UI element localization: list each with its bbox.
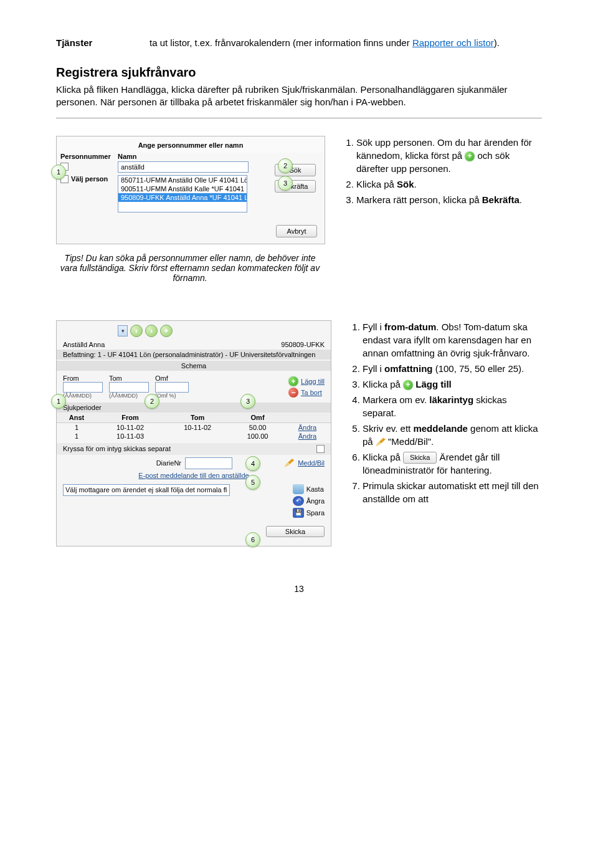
intyg-checkbox[interactable] bbox=[316, 445, 325, 453]
minus-icon: − bbox=[288, 388, 298, 398]
s3b: Bekräfta bbox=[482, 194, 520, 205]
tom-hint: (ÅÅMMDD) bbox=[109, 393, 149, 399]
tjanster-text-b: ). bbox=[494, 37, 500, 48]
th-omf: Omf bbox=[231, 413, 284, 423]
th-anst: Anst bbox=[57, 413, 97, 423]
callout-badge-3: 3 bbox=[240, 394, 255, 409]
cell-anst: 1 bbox=[57, 432, 97, 441]
intyg-row: Kryssa för om intyg skickas separat bbox=[57, 443, 331, 455]
callout-badge-4: 4 bbox=[245, 456, 260, 471]
nav-next-icon[interactable]: › bbox=[145, 325, 158, 337]
edit-icon[interactable] bbox=[284, 459, 294, 467]
trash-icon bbox=[293, 484, 304, 494]
tjanster-text-a: ta ut listor, t.ex. frånvarokalendern (m… bbox=[150, 37, 412, 48]
section-paragraph: Klicka på fliken Handlägga, klicka däref… bbox=[56, 83, 542, 109]
step2-5: Skriv ev. ett meddelande genom att klick… bbox=[363, 422, 542, 448]
schema-bar[interactable]: Schema bbox=[57, 361, 331, 371]
andra-link[interactable]: Ändra bbox=[298, 432, 316, 440]
from-label: From bbox=[63, 374, 103, 382]
block-register-form: ▾ ‹ › + Anställd Anna 950809-UFKK Befatt… bbox=[56, 320, 542, 546]
list-item[interactable]: 850711-UFMM Anställd Olle UF 41041 Lön bbox=[118, 176, 247, 184]
tom-input[interactable] bbox=[109, 382, 149, 393]
omf-label: Omf bbox=[155, 374, 189, 382]
undo-icon: ↶ bbox=[293, 496, 304, 506]
add-row-button[interactable]: +Lägg till bbox=[288, 376, 325, 386]
dropdown-arrow-icon[interactable]: ▾ bbox=[118, 325, 128, 336]
diarie-label: DiarieNr bbox=[57, 459, 181, 467]
tips-text: Tips! Du kan söka på personnummer eller … bbox=[56, 253, 324, 283]
cell-from: 10-11-03 bbox=[97, 432, 164, 441]
nav-prev-icon[interactable]: ‹ bbox=[130, 325, 143, 337]
angra-label: Ångra bbox=[306, 497, 325, 505]
step2-7: Primula skickar automatiskt ett mejl til… bbox=[363, 479, 542, 505]
cell-from: 10-11-02 bbox=[97, 422, 164, 432]
from-input[interactable] bbox=[63, 382, 103, 393]
step-2: Klicka på Sök. bbox=[356, 178, 542, 191]
section-heading: Registrera sjukfrånvaro bbox=[56, 65, 542, 80]
tjanster-row: Tjänster ta ut listor, t.ex. frånvarokal… bbox=[56, 37, 542, 48]
block2-steps: Fyll i from-datum. Obs! Tom-datum ska en… bbox=[350, 320, 542, 508]
callout-badge-1: 1 bbox=[51, 394, 66, 409]
step-3: Markera rätt person, klicka på Bekräfta. bbox=[356, 193, 542, 206]
callout-badge-1: 1 bbox=[51, 165, 66, 179]
tom-label: Tom bbox=[109, 374, 149, 382]
rapporter-link[interactable]: Rapporter och listor bbox=[412, 37, 494, 48]
skicka-inline-button: Skicka bbox=[403, 452, 437, 464]
header-personnummer: Personnummer bbox=[60, 153, 118, 160]
angra-button[interactable]: ↶Ångra bbox=[293, 496, 325, 506]
name-input[interactable] bbox=[118, 161, 249, 173]
plus-icon: + bbox=[465, 151, 475, 161]
kasta-button[interactable]: Kasta bbox=[293, 484, 325, 494]
from-hint: (ÅÅMMDD) bbox=[63, 393, 103, 399]
avbryt-button[interactable]: Avbryt bbox=[276, 225, 317, 237]
step2-2: Fyll i omfattning (100, 75, 50 eller 25)… bbox=[363, 362, 542, 375]
block1-left: Ange personnummer eller namn Personnumme… bbox=[56, 136, 325, 283]
cell-tom: 10-11-02 bbox=[164, 422, 231, 432]
s2b: Sök bbox=[397, 179, 414, 189]
add-label: Lägg till bbox=[301, 378, 325, 385]
edit-icon bbox=[376, 438, 386, 447]
plus-icon: + bbox=[403, 380, 413, 390]
befattning-row: Befattning: 1 - UF 41041 Lön (personalad… bbox=[57, 350, 331, 360]
dialog-title: Ange personnummer eller namn bbox=[57, 136, 325, 153]
separator-line bbox=[56, 118, 542, 118]
s3c: . bbox=[520, 194, 522, 205]
nav-add-icon[interactable]: + bbox=[160, 325, 173, 337]
list-item-selected[interactable]: 950809-UFKK Anställd Anna *UF 41041 Lön bbox=[118, 193, 247, 202]
step2-6: Klicka på Skicka Ärendet går till lönead… bbox=[363, 451, 542, 477]
kasta-label: Kasta bbox=[306, 485, 324, 493]
employee-pnr: 950809-UFKK bbox=[281, 341, 325, 348]
andra-link[interactable]: Ändra bbox=[298, 424, 316, 431]
sickness-form: ▾ ‹ › + Anställd Anna 950809-UFKK Befatt… bbox=[56, 320, 331, 546]
tjanster-text: ta ut listor, t.ex. frånvarokalendern (m… bbox=[150, 37, 542, 48]
tjanster-label: Tjänster bbox=[56, 37, 150, 48]
skicka-button[interactable]: Skicka bbox=[266, 526, 325, 537]
diarie-input[interactable] bbox=[185, 457, 232, 469]
flow-select[interactable] bbox=[63, 484, 230, 496]
valj-person-label: Välj person bbox=[71, 175, 108, 183]
remove-label: Ta bort bbox=[301, 389, 322, 396]
omf-input[interactable] bbox=[155, 382, 189, 393]
epost-link[interactable]: E-post meddelande till den anställde bbox=[57, 470, 331, 480]
callout-badge-2: 2 bbox=[145, 394, 159, 409]
table-row: 1 10-11-03 100.00 Ändra bbox=[57, 432, 331, 441]
person-listbox[interactable]: 850711-UFMM Anställd Olle UF 41041 Lön 9… bbox=[118, 175, 247, 212]
sjukperioder-header: Sjukperioder bbox=[57, 403, 331, 413]
block1-steps: Sök upp personen. Om du har ärenden för … bbox=[344, 136, 542, 209]
employee-name: Anställd Anna bbox=[63, 341, 105, 348]
step2-4: Markera om ev. läkarintyg skickas separa… bbox=[363, 393, 542, 419]
header-namn: Namn bbox=[118, 153, 137, 160]
callout-badge-5: 5 bbox=[245, 475, 260, 490]
list-item[interactable]: 900511-UFMM Anställd Kalle *UF 41041 Lön bbox=[118, 184, 247, 193]
th-from: From bbox=[97, 413, 164, 423]
medd-label[interactable]: Medd/Bil bbox=[298, 459, 325, 467]
remove-row-button[interactable]: −Ta bort bbox=[288, 388, 325, 398]
th-tom: Tom bbox=[164, 413, 231, 423]
step2-1: Fyll i from-datum. Obs! Tom-datum ska en… bbox=[363, 320, 542, 360]
table-row: 1 10-11-02 10-11-02 50.00 Ändra bbox=[57, 422, 331, 432]
s3a: Markera rätt person, klicka på bbox=[356, 194, 482, 205]
cell-omf: 100.00 bbox=[231, 432, 284, 441]
spara-button[interactable]: 💾Spara bbox=[293, 508, 325, 518]
intyg-label: Kryssa för om intyg skickas separat bbox=[63, 445, 171, 452]
save-icon: 💾 bbox=[293, 508, 304, 518]
